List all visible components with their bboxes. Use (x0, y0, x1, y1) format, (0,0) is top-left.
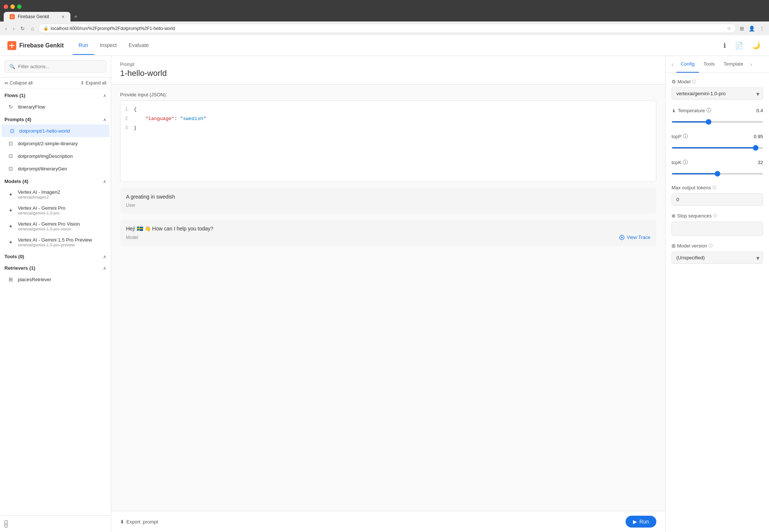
models-chevron-icon[interactable]: ∧ (103, 179, 106, 184)
nav-evaluate[interactable]: Evaluate (123, 36, 155, 55)
model-select[interactable]: vertexai/gemini-1.0-pro (672, 87, 763, 100)
tab-close-button[interactable]: ✕ (62, 15, 64, 19)
url-bar[interactable]: 🔒 localhost:4000/run/%2Fprompt%2Fdotprom… (39, 24, 736, 33)
topk-row: topK ⓘ 32 (672, 159, 763, 166)
profile-icon[interactable]: 👤 (748, 25, 756, 32)
run-button[interactable]: ▶ Run (626, 516, 656, 528)
topk-help-icon[interactable]: ⓘ (683, 159, 688, 166)
sidebar-item-gemini-pro-vision[interactable]: ✦ Vertex AI - Gemini Pro Vision vertexai… (0, 218, 111, 234)
back-button[interactable]: ‹ (4, 24, 9, 33)
refresh-button[interactable]: ↻ (19, 24, 26, 33)
view-trace-button[interactable]: View Trace (619, 235, 650, 240)
prompt-icon-4: ⊡ (7, 165, 14, 172)
sidebar-item-itinerarygen[interactable]: ⊡ dotprompt/itineraryGen (0, 162, 111, 175)
stop-sequences-label-text: Stop sequences (677, 213, 712, 219)
tab-tools[interactable]: Tools (699, 56, 719, 73)
expand-all-button[interactable]: ⇕ Expand all (80, 80, 106, 86)
code-line-1: 1 { (120, 105, 656, 114)
itineraryflow-label: itineraryFlow (18, 104, 45, 110)
tools-section-header[interactable]: Tools (0) ∧ (0, 250, 111, 262)
panel-prev-button[interactable]: ‹ (669, 59, 676, 70)
prompt-icon-2: ⊡ (7, 140, 14, 147)
extensions-icon[interactable]: ⊞ (739, 25, 745, 32)
tab-template[interactable]: Template (719, 56, 748, 73)
prompt-4-label: dotprompt/itineraryGen (18, 166, 67, 172)
right-panel: ‹ Config Tools Template › ⚙ Model ⓘ vert (665, 56, 769, 532)
code-line-2: 2 "language": "swedish" (120, 114, 656, 124)
retrievers-section: Retrievers (1) ∧ ⊞ placesRetriever (0, 262, 111, 286)
model-version-help-icon[interactable]: ⓘ (709, 243, 713, 249)
search-input-wrapper[interactable]: 🔍 (4, 60, 106, 73)
prompts-section: Prompts (4) ∧ ⊡ dotprompt/1-hello-world … (0, 113, 111, 175)
minimize-window-button[interactable] (10, 4, 15, 9)
retrievers-chevron-icon[interactable]: ∧ (103, 266, 106, 271)
sidebar-item-1-hello-world[interactable]: ⊡ dotprompt/1-hello-world (1, 124, 109, 137)
code-editor[interactable]: 1 { 2 "language": "swedish" 3 (120, 100, 656, 182)
temperature-help-icon[interactable]: ⓘ (706, 107, 711, 114)
sidebar-item-placesretriever[interactable]: ⊞ placesRetriever (0, 273, 111, 286)
sidebar-item-itineraryflow[interactable]: ↻ itineraryFlow (0, 100, 111, 113)
model-help-icon[interactable]: ⓘ (692, 79, 696, 84)
max-tokens-help-icon[interactable]: ⓘ (712, 185, 716, 190)
prompt-title: 1-hello-world (120, 69, 656, 84)
sidebar-item-2-simple-itinerary[interactable]: ⊡ dotprompt/2-simple-itinerary (0, 137, 111, 150)
app-header: Firebase Genkit Run Inspect Evaluate ℹ 📄… (0, 35, 769, 56)
collapse-all-button[interactable]: ⇔ Collapse all (4, 80, 33, 86)
temperature-row: 🌡 Temperature ⓘ 0.4 (672, 107, 763, 114)
flows-chevron-icon[interactable]: ∧ (103, 93, 106, 98)
prompts-section-header[interactable]: Prompts (4) ∧ (0, 113, 111, 124)
input-section: Provide input (JSON): 1 { 2 "language": … (120, 92, 656, 182)
active-tab[interactable]: G Firebase Genkit ✕ (4, 12, 70, 21)
collapse-sidebar-button[interactable]: ‹ (4, 520, 8, 528)
tab-favicon: G (10, 14, 15, 19)
panel-content: ⚙ Model ⓘ vertexai/gemini-1.0-pro ▾ (666, 73, 769, 532)
stop-sequences-input[interactable] (672, 222, 763, 236)
filter-input[interactable] (18, 64, 102, 69)
menu-icon[interactable]: ⋮ (759, 25, 765, 32)
content-footer: ⬇ Export .prompt ▶ Run (111, 511, 665, 532)
model-4-sublabel: vertexai/gemini-1.5-pro-preview (18, 243, 92, 247)
theme-icon[interactable]: 🌙 (750, 40, 762, 51)
temperature-slider[interactable] (672, 121, 763, 123)
export-label: Export .prompt (126, 519, 158, 525)
new-tab-button[interactable]: + (71, 12, 80, 21)
bookmark-icon[interactable]: ☆ (727, 26, 731, 31)
sidebar-item-imagen2[interactable]: ✦ Vertex AI - Imagen2 vertexai/imagen2 (0, 186, 111, 202)
docs-icon[interactable]: 📄 (733, 40, 745, 51)
sidebar-item-imgdescription[interactable]: ⊡ dotprompt/imgDescription (0, 150, 111, 162)
nav-inspect[interactable]: Inspect (94, 36, 123, 55)
max-tokens-label-row: Max output tokens ⓘ (672, 185, 763, 190)
run-icon: ▶ (633, 519, 637, 525)
prompts-chevron-icon[interactable]: ∧ (103, 117, 106, 122)
flows-section-header[interactable]: Flows (1) ∧ (0, 89, 111, 100)
stop-sequences-help-icon[interactable]: ⓘ (713, 213, 717, 219)
forward-button[interactable]: › (11, 24, 16, 33)
home-button[interactable]: ⌂ (29, 24, 35, 33)
model-version-select[interactable]: (Unspecified) (672, 252, 763, 264)
model-icon-4: ✦ (7, 239, 14, 246)
tab-config[interactable]: Config (676, 56, 699, 73)
model-1-sublabel: vertexai/imagen2 (18, 195, 60, 199)
tools-chevron-icon[interactable]: ∧ (103, 254, 106, 259)
input-label: Provide input (JSON): (120, 92, 656, 97)
maximize-window-button[interactable] (17, 4, 21, 9)
models-section: Models (4) ∧ ✦ Vertex AI - Imagen2 verte… (0, 175, 111, 250)
topp-help-icon[interactable]: ⓘ (683, 133, 688, 140)
sidebar-item-gemini-15[interactable]: ✦ Vertex AI - Gemini 1.5 Pro Preview ver… (0, 234, 111, 250)
nav-run[interactable]: Run (73, 36, 94, 55)
sidebar-controls: ⇔ Collapse all ⇕ Expand all (0, 77, 111, 89)
export-button[interactable]: ⬇ Export .prompt (120, 519, 158, 525)
retrievers-section-header[interactable]: Retrievers (1) ∧ (0, 262, 111, 273)
topk-slider[interactable] (672, 173, 763, 174)
tools-section: Tools (0) ∧ (0, 250, 111, 262)
svg-point-2 (621, 237, 623, 238)
panel-next-button[interactable]: › (748, 59, 755, 70)
max-tokens-input[interactable] (672, 193, 763, 206)
tab-title: Firebase Genkit (18, 14, 49, 19)
info-icon[interactable]: ℹ (722, 40, 727, 51)
models-section-header[interactable]: Models (4) ∧ (0, 175, 111, 186)
topp-slider[interactable] (672, 147, 763, 149)
model-version-icon: ⊞ (672, 243, 676, 249)
close-window-button[interactable] (4, 4, 8, 9)
sidebar-item-gemini-pro[interactable]: ✦ Vertex AI - Gemini Pro vertexai/gemini… (0, 202, 111, 218)
